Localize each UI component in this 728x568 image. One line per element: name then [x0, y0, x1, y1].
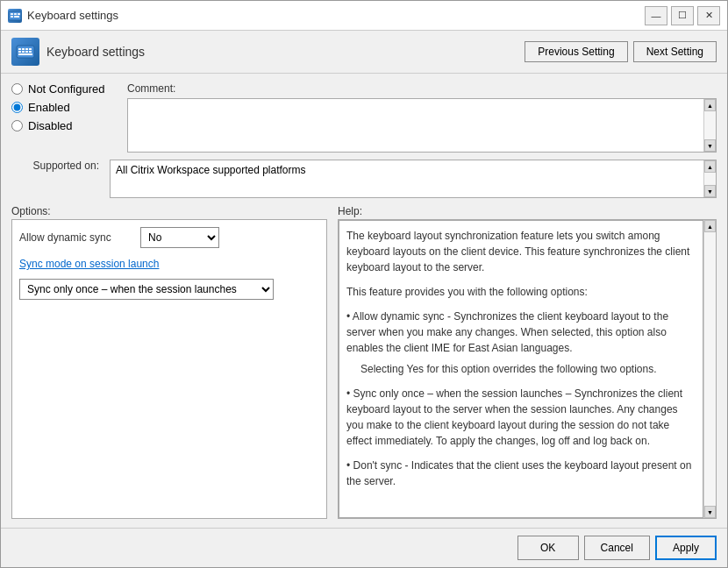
header-title: Keyboard settings: [46, 45, 517, 59]
comment-scroll-up[interactable]: ▲: [704, 99, 716, 111]
help-para-1: The keyboard layout synchronization feat…: [346, 228, 696, 275]
svg-rect-8: [22, 48, 25, 50]
options-label: Options:: [11, 205, 327, 217]
supported-label: Supported on:: [11, 160, 99, 172]
ok-button[interactable]: OK: [517, 536, 579, 560]
options-panel: Allow dynamic sync No Yes Sync mode on s…: [11, 219, 327, 519]
help-para-2: This feature provides you with the follo…: [346, 284, 696, 300]
help-label: Help:: [338, 205, 717, 217]
title-controls: — ☐ ✕: [645, 6, 720, 25]
sync-mode-label[interactable]: Sync mode on session launch: [19, 258, 159, 270]
title-bar: Keyboard settings — ☐ ✕: [1, 1, 727, 31]
options-help-labels: Options: Help:: [11, 205, 717, 217]
help-scrollbar: ▲ ▼: [703, 220, 716, 518]
supported-row: Supported on: All Citrix Workspace suppo…: [11, 160, 717, 198]
supported-scroll-down[interactable]: ▼: [704, 185, 716, 197]
comment-label: Comment:: [127, 82, 717, 95]
help-scroll-up[interactable]: ▲: [704, 220, 716, 232]
radio-disabled-input[interactable]: [11, 120, 23, 131]
minimize-button[interactable]: —: [645, 6, 667, 25]
previous-setting-button[interactable]: Previous Setting: [525, 41, 627, 62]
header-buttons: Previous Setting Next Setting: [525, 41, 717, 62]
help-para-6: • Don't sync - Indicates that the client…: [346, 458, 696, 489]
radio-enabled-label: Enabled: [28, 101, 70, 114]
close-button[interactable]: ✕: [697, 6, 720, 25]
help-scroll-track: [704, 232, 716, 506]
app-icon: [8, 9, 22, 23]
options-help-container: Options: Help: Allow dynamic sync No Yes…: [11, 205, 717, 519]
footer: OK Cancel Apply: [1, 528, 727, 567]
comment-scrollbar: ▲ ▼: [703, 99, 716, 152]
svg-rect-15: [18, 53, 32, 55]
help-scroll-down[interactable]: ▼: [704, 506, 716, 518]
supported-value: All Citrix Workspace supported platforms: [111, 160, 703, 197]
cancel-button[interactable]: Cancel: [584, 536, 650, 560]
supported-scroll-track: [704, 173, 716, 185]
options-help-row: Allow dynamic sync No Yes Sync mode on s…: [11, 219, 717, 519]
radio-group: Not Configured Enabled Disabled: [11, 82, 117, 153]
svg-rect-5: [14, 16, 19, 18]
help-panel-container: The keyboard layout synchronization feat…: [338, 219, 717, 519]
allow-dynamic-sync-row: Allow dynamic sync No Yes: [19, 227, 319, 248]
help-para-5: • Sync only once – when the session laun…: [346, 386, 696, 449]
config-row: Not Configured Enabled Disabled Comment:…: [11, 82, 717, 153]
sync-mode-select[interactable]: Sync only once – when the session launch…: [19, 279, 274, 300]
svg-rect-4: [11, 16, 13, 18]
svg-rect-9: [25, 48, 28, 50]
svg-rect-2: [14, 13, 17, 15]
window-title: Keyboard settings: [27, 9, 118, 22]
comment-section: Comment: ▲ ▼: [127, 82, 717, 153]
comment-scroll-track: [704, 111, 716, 139]
svg-rect-1: [11, 13, 13, 15]
supported-scrollbar: ▲ ▼: [703, 160, 716, 197]
svg-rect-11: [18, 51, 21, 53]
main-window: Keyboard settings — ☐ ✕ Keyboard settin: [0, 0, 728, 568]
maximize-button[interactable]: ☐: [671, 6, 694, 25]
radio-not-configured-input[interactable]: [11, 83, 23, 95]
radio-disabled-label: Disabled: [28, 119, 73, 132]
help-para-4: Selecting Yes for this option overrides …: [346, 361, 696, 377]
svg-rect-3: [18, 13, 20, 15]
header-icon: [11, 38, 39, 66]
radio-not-configured-label: Not Configured: [28, 82, 104, 96]
comment-scroll-down[interactable]: ▼: [704, 139, 716, 152]
radio-enabled-input[interactable]: [11, 102, 23, 113]
allow-dynamic-sync-select[interactable]: No Yes: [140, 227, 219, 248]
svg-rect-7: [18, 48, 21, 50]
svg-rect-10: [29, 48, 32, 50]
sync-mode-label-row: Sync mode on session launch: [19, 257, 319, 270]
allow-dynamic-sync-label: Allow dynamic sync: [19, 231, 133, 244]
svg-rect-13: [25, 51, 28, 53]
supported-scroll-up[interactable]: ▲: [704, 160, 716, 173]
svg-rect-14: [29, 51, 32, 53]
apply-button[interactable]: Apply: [655, 536, 717, 560]
radio-enabled[interactable]: Enabled: [11, 101, 117, 114]
svg-rect-12: [22, 51, 25, 53]
radio-not-configured[interactable]: Not Configured: [11, 82, 117, 96]
title-bar-left: Keyboard settings: [8, 9, 118, 23]
next-setting-button[interactable]: Next Setting: [633, 41, 717, 62]
header-bar: Keyboard settings Previous Setting Next …: [1, 31, 727, 74]
sync-mode-select-row: Sync only once – when the session launch…: [19, 279, 319, 300]
radio-disabled[interactable]: Disabled: [11, 119, 117, 132]
main-content: Not Configured Enabled Disabled Comment:…: [1, 74, 727, 528]
help-panel: The keyboard layout synchronization feat…: [339, 220, 703, 518]
help-para-3: • Allow dynamic sync - Synchronizes the …: [346, 309, 696, 356]
comment-textarea[interactable]: [128, 99, 703, 152]
